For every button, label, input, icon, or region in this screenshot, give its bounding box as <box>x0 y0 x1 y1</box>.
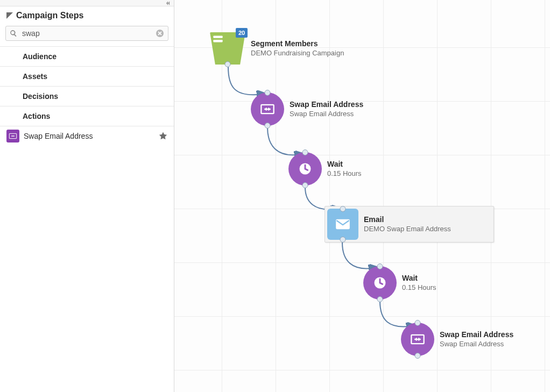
node-title: Segment Members <box>251 39 344 48</box>
clock-icon <box>288 152 322 186</box>
disclosure-triangle-icon[interactable] <box>6 12 13 19</box>
envelope-icon <box>327 209 358 240</box>
category-actions[interactable]: Actions <box>0 106 174 126</box>
search-wrap <box>5 26 168 41</box>
node-title: Swap Email Address <box>290 99 363 109</box>
step-label: Swap Email Address <box>24 132 154 140</box>
node-subtitle: DEMO Fundraising Campaign <box>251 49 344 58</box>
node-wait-1[interactable]: Wait 0.15 Hours <box>288 152 362 186</box>
swap-email-icon <box>6 130 19 142</box>
svg-rect-2 <box>213 36 222 38</box>
swap-email-icon <box>251 92 284 126</box>
node-swap-email-1[interactable]: Swap Email Address Swap Email Address <box>251 92 363 126</box>
panel-title: Campaign Steps <box>16 11 83 20</box>
campaign-steps-panel: Campaign Steps Audience Assets Decisions… <box>0 0 174 392</box>
node-swap-email-2[interactable]: Swap Email Address Swap Email Address <box>401 323 513 356</box>
node-subtitle: DEMO Swap Email Address <box>364 225 451 234</box>
category-assets[interactable]: Assets <box>0 67 174 87</box>
favorite-star-icon[interactable] <box>159 132 167 140</box>
app-root: Campaign Steps Audience Assets Decisions… <box>0 0 550 392</box>
category-audience[interactable]: Audience <box>0 46 174 67</box>
node-subtitle: 0.15 Hours <box>402 283 436 293</box>
clock-icon <box>363 266 397 300</box>
segment-count-badge: 20 <box>236 28 248 38</box>
search-icon <box>10 30 17 37</box>
svg-rect-3 <box>213 40 222 42</box>
collapse-sidebar-button[interactable] <box>0 0 174 6</box>
node-title: Email <box>364 215 451 224</box>
category-list: Audience Assets Decisions Actions <box>0 46 174 126</box>
node-title: Wait <box>402 273 436 283</box>
node-title: Wait <box>327 159 362 169</box>
step-swap-email-address[interactable]: Swap Email Address <box>0 126 174 146</box>
search-input[interactable] <box>5 26 168 41</box>
node-segment-members[interactable]: 20 Segment Members DEMO Fundraising Camp… <box>210 32 344 65</box>
category-decisions[interactable]: Decisions <box>0 87 174 106</box>
svg-rect-1 <box>9 133 16 138</box>
node-email[interactable]: Email DEMO Swap Email Address <box>325 206 494 243</box>
node-wait-2[interactable]: Wait 0.15 Hours <box>363 266 436 300</box>
clear-search-button[interactable] <box>156 29 164 38</box>
campaign-canvas[interactable]: 20 Segment Members DEMO Fundraising Camp… <box>174 0 550 392</box>
chevron-double-left-icon <box>165 1 171 6</box>
node-title: Swap Email Address <box>440 330 513 339</box>
segment-shape: 20 <box>210 32 245 65</box>
panel-title-row: Campaign Steps <box>0 6 174 23</box>
node-subtitle: Swap Email Address <box>290 110 363 119</box>
node-subtitle: Swap Email Address <box>440 340 513 349</box>
node-subtitle: 0.15 Hours <box>327 169 362 179</box>
swap-email-icon <box>401 323 434 356</box>
